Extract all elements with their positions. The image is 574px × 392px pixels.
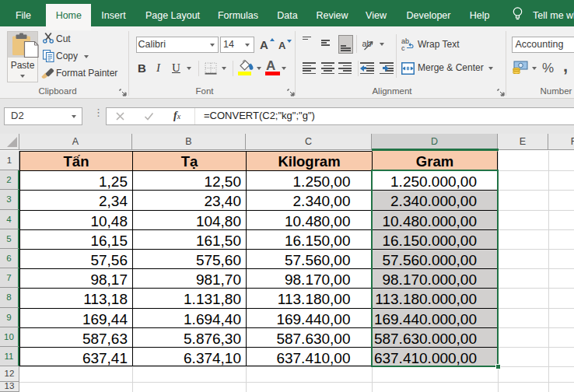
svg-text:c: c: [401, 44, 405, 51]
